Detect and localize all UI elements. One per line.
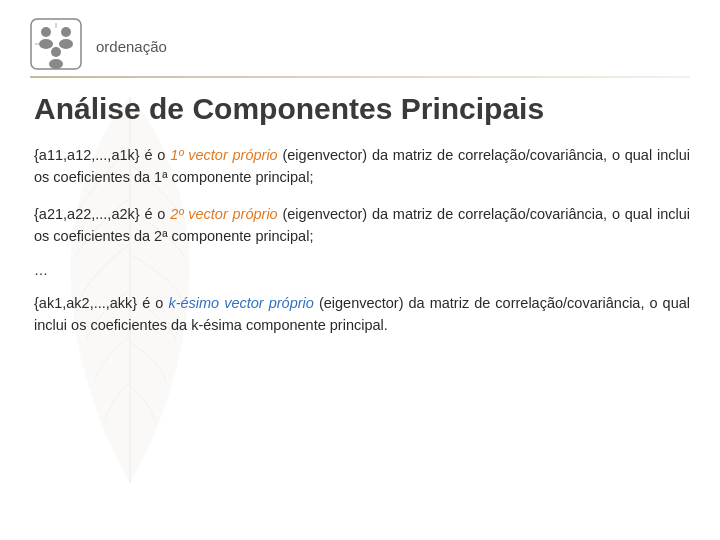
- main-title: Análise de Componentes Principais: [34, 92, 690, 126]
- para1-before: {a11,a12,...,a1k} é o: [34, 147, 170, 163]
- svg-point-4: [61, 27, 71, 37]
- paragraph-2: {a21,a22,...,a2k} é o 2º vector próprio …: [34, 203, 690, 248]
- ellipsis: …: [34, 262, 690, 278]
- header-row: ordenação: [30, 18, 690, 70]
- paragraph-1: {a11,a12,...,a1k} é o 1º vector próprio …: [34, 144, 690, 189]
- logo-icon: [30, 18, 82, 70]
- para2-highlight: 2º vector próprio: [170, 206, 278, 222]
- page-content: ordenação Análise de Componentes Princip…: [0, 0, 720, 371]
- para3-highlight: k-ésimo vector próprio: [168, 295, 313, 311]
- svg-point-7: [49, 59, 63, 69]
- para1-highlight: 1º vector próprio: [170, 147, 278, 163]
- paragraph-3: {ak1,ak2,...,akk} é o k-ésimo vector pró…: [34, 292, 690, 337]
- svg-point-5: [59, 39, 73, 49]
- svg-point-2: [41, 27, 51, 37]
- svg-point-6: [51, 47, 61, 57]
- para3-before: {ak1,ak2,...,akk} é o: [34, 295, 168, 311]
- para2-before: {a21,a22,...,a2k} é o: [34, 206, 170, 222]
- header-divider: [30, 76, 690, 78]
- svg-point-3: [39, 39, 53, 49]
- header-title: ordenação: [96, 38, 167, 55]
